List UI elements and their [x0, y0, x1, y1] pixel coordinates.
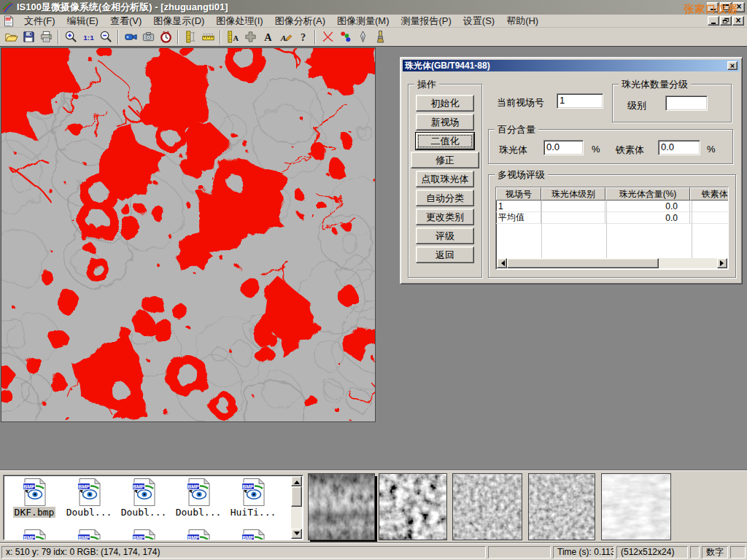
zoom-in-icon[interactable] [62, 29, 80, 45]
rating-table[interactable]: 视场号 珠光体级别 珠光体含量(%) 铁素体含量(%) 1 0.0 [495, 187, 729, 270]
file-item[interactable]: BMP Doubl... [117, 478, 170, 518]
bmp-file-icon: BMP [63, 529, 115, 540]
scroll-up-icon[interactable] [291, 476, 302, 486]
file-browser: BMP DKF.bmp BMP Doubl... BMP Doubl... [3, 475, 303, 540]
pen-icon[interactable] [354, 29, 371, 45]
actual-size-icon[interactable]: 1:1 [80, 29, 97, 45]
col-header-pearlite[interactable]: 珠光体含量(%) [605, 187, 690, 201]
menu-item[interactable]: 图像显示(D) [147, 14, 210, 28]
table-row[interactable]: 平均值 0.0 [496, 212, 728, 224]
minimize-button[interactable] [707, 2, 719, 12]
camera-icon[interactable] [139, 29, 157, 45]
dialog-close-icon[interactable]: × [727, 61, 738, 70]
file-item[interactable]: BMP [63, 529, 115, 540]
thumbnail-5[interactable] [601, 473, 671, 540]
particle-classify-icon[interactable] [336, 29, 354, 45]
svg-text:BMP: BMP [23, 484, 35, 489]
ruler-icon[interactable] [199, 29, 217, 45]
menu-item[interactable]: 文件(F) [18, 14, 61, 28]
maximize-button[interactable] [720, 2, 732, 12]
file-item[interactable]: BMP [172, 529, 225, 540]
menu-item[interactable]: 编辑(E) [61, 14, 104, 28]
thumbnail-2[interactable] [379, 473, 447, 540]
dialog-button[interactable]: 二值化 [416, 133, 474, 149]
toolbar-separator [314, 30, 316, 44]
menu-item[interactable]: 图像分析(A) [269, 14, 331, 28]
help-icon[interactable]: ? [294, 29, 311, 45]
dialog-title-bar[interactable]: 珠光体(GB/T9441-88) × [403, 60, 740, 71]
file-item[interactable]: BMP [117, 529, 170, 540]
document-icon: DOC [3, 15, 15, 26]
file-name: Doubl... [174, 507, 223, 518]
measure-text-icon[interactable]: A [224, 29, 241, 45]
current-field-input[interactable]: 1 [557, 93, 603, 109]
brush-icon[interactable] [371, 29, 389, 45]
video-camera-icon[interactable] [122, 29, 139, 45]
table-hscrollbar[interactable] [497, 258, 727, 268]
pearlite-percent-sign: % [592, 144, 600, 155]
print-icon[interactable] [37, 29, 55, 45]
menu-item[interactable]: 图像测量(M) [331, 14, 395, 28]
dialog-title: 珠光体(GB/T9441-88) [405, 60, 490, 72]
scroll-down-icon[interactable] [291, 529, 302, 539]
zoom-out-icon[interactable] [97, 29, 115, 45]
dialog-button[interactable]: 返回 [416, 246, 474, 263]
scroll-right-icon[interactable] [717, 258, 727, 268]
file-item[interactable]: BMP [8, 529, 61, 540]
col-header-field[interactable]: 视场号 [496, 187, 541, 201]
dialog-button[interactable]: 修正 [411, 152, 479, 168]
file-item[interactable]: BMP Doubl... [172, 478, 225, 518]
timer-icon[interactable] [157, 29, 174, 45]
file-item[interactable]: BMP DKF.bmp [8, 478, 61, 518]
menu-item[interactable]: 测量报告(P) [395, 14, 457, 28]
status-blank-1 [488, 546, 551, 559]
table-row[interactable]: 1 0.0 [496, 201, 728, 212]
dialog-button[interactable]: 评级 [416, 228, 474, 244]
grade-input[interactable] [665, 96, 708, 111]
file-item[interactable]: BMP [227, 529, 279, 540]
grading-group-label: 珠光体数量分级 [619, 79, 691, 90]
mdi-restore-button[interactable] [720, 16, 732, 26]
mdi-minimize-button[interactable] [708, 16, 719, 26]
bmp-file-icon: BMP [117, 529, 170, 540]
curve-tool-icon[interactable] [319, 29, 336, 45]
thumbnail-1[interactable] [308, 473, 375, 540]
percent-group: 百分含量 珠光体 0.0 % 铁素体 0.0 % [488, 129, 733, 164]
ferrite-percent-input[interactable]: 0.0 [658, 140, 700, 155]
thumbnail-3[interactable] [452, 473, 522, 540]
menu-item[interactable]: 设置(S) [457, 14, 500, 28]
text-a-icon[interactable]: A [259, 29, 276, 45]
dialog-button[interactable]: 点取珠光体 [416, 171, 474, 187]
file-name: DKF.bmp [13, 507, 56, 518]
file-item[interactable]: BMP Doubl... [63, 478, 115, 518]
save-icon[interactable] [20, 29, 37, 45]
micrograph-image[interactable] [1, 47, 376, 422]
status-coordinates: x: 510 y: 79 idx: 0 RGB: (174, 174, 174) [1, 546, 486, 559]
dialog-button[interactable]: 新视场 [416, 114, 474, 131]
vscroll-thumb[interactable] [291, 486, 302, 507]
annotate-a-icon[interactable]: A [276, 29, 294, 45]
close-button[interactable]: × [733, 2, 745, 12]
svg-text:BMP: BMP [78, 484, 90, 489]
scroll-left-icon[interactable] [497, 258, 507, 268]
file-vscrollbar[interactable] [291, 476, 302, 539]
menu-item[interactable]: 图像处理(I) [210, 14, 268, 28]
menu-item[interactable]: 帮助(H) [500, 14, 544, 28]
dialog-button[interactable]: 更改类别 [416, 209, 474, 225]
cross-marker-icon[interactable] [241, 29, 259, 45]
thumbnail-4[interactable] [528, 473, 595, 540]
table-header-row: 视场号 珠光体级别 珠光体含量(%) 铁素体含量(%) [496, 187, 728, 201]
col-header-ferrite[interactable]: 铁素体含量(%) [690, 187, 729, 201]
caliper-icon[interactable] [182, 29, 199, 45]
open-folder-icon[interactable] [2, 29, 20, 45]
operation-group: 操作 初始化新视场二值化修正点取珠光体自动分类更改类别评级返回 [408, 84, 482, 278]
pearlite-label: 珠光体 [499, 144, 527, 157]
hscroll-thumb[interactable] [507, 258, 659, 268]
file-item[interactable]: BMP HuiTi... [227, 478, 279, 518]
dialog-button[interactable]: 自动分类 [416, 190, 474, 206]
mdi-close-button[interactable]: × [732, 16, 744, 26]
col-header-grade[interactable]: 珠光体级别 [541, 187, 605, 201]
dialog-button[interactable]: 初始化 [416, 95, 474, 112]
menu-item[interactable]: 查看(V) [104, 14, 147, 28]
pearlite-percent-input[interactable]: 0.0 [543, 140, 584, 155]
